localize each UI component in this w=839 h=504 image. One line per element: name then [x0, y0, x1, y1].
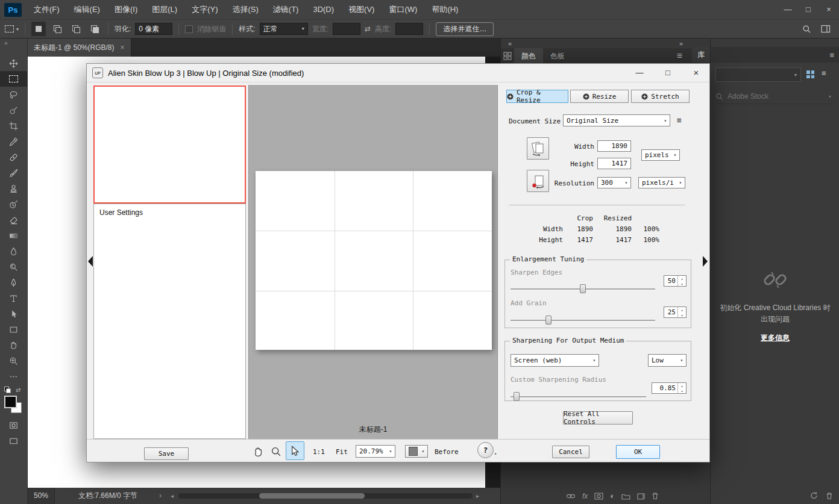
pen-tool-button[interactable] — [0, 275, 27, 290]
selection-subtract-button[interactable] — [69, 22, 83, 36]
swap-colors-icon[interactable]: ⇄ — [16, 387, 20, 393]
crop-tool-button[interactable] — [0, 118, 27, 134]
document-tab[interactable]: 未标题-1 @ 50%(RGB/8) × — [28, 39, 131, 57]
dialog-minimize-icon[interactable]: — — [632, 67, 647, 78]
menu-select[interactable]: 选择(S) — [225, 0, 265, 19]
menu-layer[interactable]: 图层(L) — [145, 0, 184, 19]
spin-up-icon[interactable]: ▴ — [678, 307, 686, 313]
select-and-mask-button[interactable]: 选择并遮住… — [436, 22, 494, 36]
grid-view-icon[interactable] — [806, 70, 815, 79]
rectangle-tool-button[interactable] — [0, 322, 27, 337]
history-brush-tool-button[interactable] — [0, 196, 27, 212]
tab-libraries-panel[interactable]: 库 — [692, 47, 710, 63]
workspace-icon[interactable] — [821, 25, 831, 33]
cancel-button[interactable]: Cancel — [552, 446, 589, 458]
preview-zoom-dropdown[interactable]: 20.79% ▾ — [356, 445, 395, 458]
hand-tool-button[interactable] — [0, 337, 27, 353]
preview-image[interactable] — [256, 171, 492, 350]
more-info-link[interactable]: 更多信息 — [761, 333, 790, 343]
move-tool-button[interactable] — [0, 55, 27, 71]
settings-list[interactable]: User Settings — [93, 204, 246, 439]
scrollbar-thumb[interactable] — [259, 493, 365, 499]
menu-file[interactable]: 文件(F) — [27, 0, 67, 19]
slider-thumb[interactable] — [514, 392, 520, 401]
spin-down-icon[interactable]: ▾ — [678, 313, 686, 318]
ok-button[interactable]: OK — [616, 445, 660, 459]
brush-tool-button[interactable] — [0, 165, 27, 181]
menu-edit[interactable]: 编辑(E) — [67, 0, 107, 19]
selection-intersect-button[interactable] — [87, 22, 102, 36]
more-tools-button[interactable] — [0, 369, 27, 384]
custom-radius-slider[interactable] — [511, 392, 646, 401]
layer-mask-icon[interactable] — [594, 493, 603, 500]
spin-down-icon[interactable]: ▾ — [678, 281, 686, 287]
collapse-panels-right-icon[interactable]: » — [679, 40, 683, 47]
pan-tool-button[interactable] — [250, 444, 266, 459]
rectangular-marquee-tool-button[interactable] — [0, 71, 27, 87]
status-chevron-icon[interactable]: › — [159, 488, 162, 504]
add-grain-slider[interactable] — [511, 316, 655, 325]
spot-healing-tool-button[interactable] — [0, 149, 27, 165]
maximize-icon[interactable]: □ — [798, 0, 819, 19]
menu-help[interactable]: 帮助(H) — [424, 0, 465, 19]
panel-menu-icon[interactable]: ≡ — [677, 51, 682, 61]
tool-preset-button[interactable]: ▾ — [5, 25, 19, 33]
horizontal-scrollbar[interactable] — [178, 493, 473, 499]
list-item-user-settings[interactable]: User Settings — [94, 204, 245, 221]
tab-resize[interactable]: Resize — [570, 90, 629, 103]
selection-new-button[interactable] — [31, 22, 46, 36]
delete-library-item-icon[interactable] — [826, 492, 833, 500]
zoom-tool-button[interactable] — [0, 353, 27, 369]
quick-mask-button[interactable] — [0, 417, 27, 433]
spin-down-icon[interactable]: ▾ — [678, 388, 686, 394]
image-preview-area[interactable]: 未标题-1 — [248, 85, 498, 439]
collapse-panels-left-icon[interactable]: « — [508, 40, 512, 47]
foreground-color-swatch[interactable] — [4, 396, 17, 408]
fit-button[interactable]: Fit — [336, 448, 348, 456]
slider-thumb[interactable] — [545, 316, 551, 325]
sharpen-edges-slider[interactable] — [511, 284, 655, 293]
background-color-dropdown[interactable]: ▾ — [405, 445, 428, 458]
height-field[interactable]: 1417 — [597, 158, 631, 169]
new-layer-icon[interactable] — [637, 493, 645, 500]
menu-image[interactable]: 图像(I) — [107, 0, 145, 19]
collapse-left-panel-arrow[interactable] — [88, 256, 93, 267]
output-medium-dropdown[interactable]: Screen (web) ▾ — [511, 354, 599, 367]
library-select-dropdown[interactable]: ▾ — [715, 67, 801, 82]
sharpen-edges-spinner[interactable]: 50 ▴▾ — [664, 275, 687, 287]
menu-filter[interactable]: 滤镜(T) — [266, 0, 306, 19]
zoom-preview-button[interactable] — [269, 444, 283, 459]
menu-window[interactable]: 窗口(W) — [382, 0, 424, 19]
libraries-panel-menu-icon[interactable]: ≡ — [829, 51, 834, 60]
spin-up-icon[interactable]: ▴ — [678, 383, 686, 388]
menu-3d[interactable]: 3D(D) — [306, 0, 341, 19]
document-size-dropdown[interactable]: Original Size ▾ — [563, 114, 670, 126]
stock-search-field[interactable]: Adobe Stock ▾ — [715, 89, 835, 104]
swap-dimensions-icon[interactable]: ⇄ — [365, 25, 371, 33]
list-view-icon[interactable]: ≡ — [822, 69, 826, 78]
width-input[interactable] — [333, 23, 360, 35]
sync-icon[interactable] — [809, 491, 819, 500]
tab-close-icon[interactable]: × — [121, 43, 125, 52]
collapse-right-panel-arrow[interactable] — [703, 256, 708, 267]
scroll-left-icon[interactable]: ◂ — [171, 488, 174, 504]
tab-color-panel[interactable]: 颜色 — [514, 48, 543, 64]
dialog-close-icon[interactable]: × — [689, 67, 703, 78]
gradient-tool-button[interactable] — [0, 228, 27, 243]
add-grain-spinner[interactable]: 25 ▴▾ — [664, 306, 687, 318]
eraser-tool-button[interactable] — [0, 212, 27, 228]
pointer-tool-button[interactable] — [286, 441, 304, 460]
resolution-units-dropdown[interactable]: pixels/i ▾ — [638, 177, 685, 188]
sharpening-level-dropdown[interactable]: Low ▾ — [648, 354, 687, 367]
close-icon[interactable]: × — [819, 0, 839, 19]
spin-up-icon[interactable]: ▴ — [678, 276, 686, 281]
reset-all-controls-button[interactable]: Reset All Controls — [563, 411, 633, 425]
feather-input[interactable]: 0 像素 — [135, 23, 172, 35]
save-button[interactable]: Save — [144, 447, 189, 460]
toolbar-collapse-icon[interactable]: » — [0, 39, 27, 55]
layer-group-icon[interactable] — [621, 493, 630, 500]
dialog-maximize-icon[interactable]: □ — [661, 67, 675, 78]
layer-style-fx-icon[interactable]: fx — [582, 492, 588, 500]
slider-thumb[interactable] — [580, 284, 586, 293]
lasso-tool-button[interactable] — [0, 87, 27, 102]
